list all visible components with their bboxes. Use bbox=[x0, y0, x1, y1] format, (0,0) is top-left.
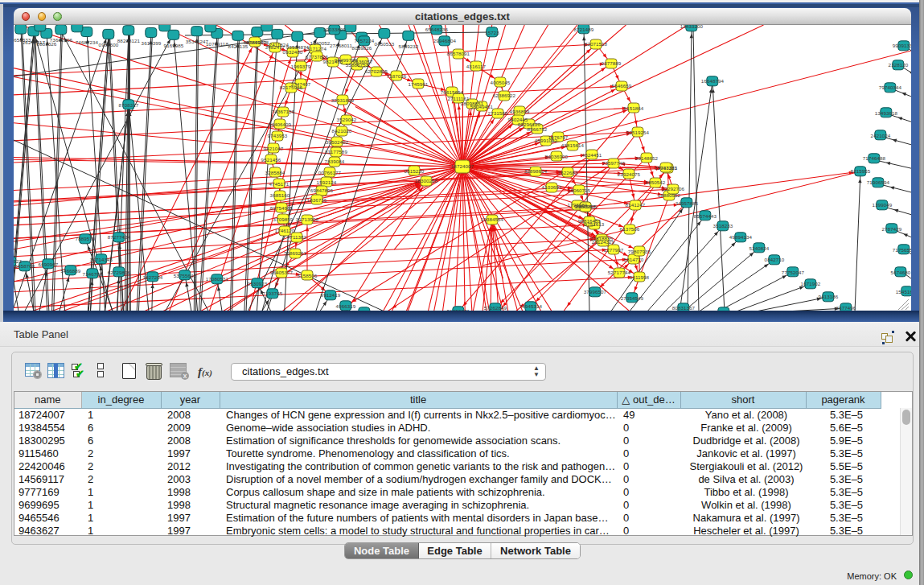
svg-text:3685160: 3685160 bbox=[270, 192, 290, 198]
svg-text:87277434: 87277434 bbox=[108, 234, 131, 240]
svg-text:9413186: 9413186 bbox=[819, 294, 839, 299]
svg-text:7839084: 7839084 bbox=[325, 159, 345, 164]
svg-text:80831367: 80831367 bbox=[672, 305, 696, 311]
svg-text:49894134: 49894134 bbox=[729, 234, 753, 240]
svg-text:8677496: 8677496 bbox=[836, 305, 856, 311]
svg-text:5674680: 5674680 bbox=[891, 270, 911, 275]
svg-text:9169985: 9169985 bbox=[164, 43, 184, 48]
svg-text:0450533: 0450533 bbox=[375, 41, 395, 47]
svg-text:9521456: 9521456 bbox=[261, 157, 281, 163]
svg-text:10799118: 10799118 bbox=[206, 41, 228, 47]
svg-text:0330923: 0330923 bbox=[248, 281, 268, 286]
svg-text:3518233: 3518233 bbox=[713, 223, 733, 229]
svg-text:10033809: 10033809 bbox=[323, 27, 347, 32]
svg-text:88208121: 88208121 bbox=[117, 38, 141, 43]
svg-text:71746488: 71746488 bbox=[863, 155, 886, 161]
svg-text:5814770: 5814770 bbox=[624, 257, 644, 262]
svg-text:9636057: 9636057 bbox=[353, 59, 373, 64]
svg-text:1969379: 1969379 bbox=[291, 64, 311, 69]
svg-text:85574443: 85574443 bbox=[694, 213, 717, 219]
svg-text:0515220: 0515220 bbox=[405, 168, 425, 174]
svg-text:5411998: 5411998 bbox=[630, 274, 650, 280]
svg-text:4936899: 4936899 bbox=[510, 109, 530, 114]
svg-text:74687234: 74687234 bbox=[76, 39, 99, 45]
svg-text:2731585: 2731585 bbox=[488, 110, 508, 116]
svg-text:62729806: 62729806 bbox=[108, 270, 131, 275]
svg-text:73602606: 73602606 bbox=[50, 37, 73, 43]
svg-text:34714345: 34714345 bbox=[90, 257, 113, 262]
svg-text:9743953: 9743953 bbox=[268, 133, 288, 138]
svg-text:65648236: 65648236 bbox=[425, 27, 449, 32]
svg-text:3709859: 3709859 bbox=[273, 216, 294, 222]
svg-text:2787429: 2787429 bbox=[882, 226, 902, 232]
svg-text:7770143: 7770143 bbox=[714, 310, 734, 311]
svg-text:60385977: 60385977 bbox=[244, 39, 267, 45]
svg-text:31713900: 31713900 bbox=[296, 216, 319, 222]
svg-text:76945314: 76945314 bbox=[519, 303, 543, 309]
svg-text:16060715: 16060715 bbox=[568, 187, 591, 193]
svg-text:82175946: 82175946 bbox=[280, 84, 303, 90]
svg-text:18300295: 18300295 bbox=[415, 178, 438, 183]
svg-text:53755646: 53755646 bbox=[174, 273, 197, 278]
svg-text:0932480: 0932480 bbox=[283, 49, 303, 55]
svg-text:81177589: 81177589 bbox=[325, 149, 347, 154]
svg-text:3619399: 3619399 bbox=[142, 40, 162, 46]
svg-text:7889579: 7889579 bbox=[76, 236, 96, 241]
svg-text:82071518: 82071518 bbox=[585, 41, 608, 47]
svg-text:8708317: 8708317 bbox=[119, 102, 139, 108]
svg-text:71756551: 71756551 bbox=[893, 247, 911, 253]
svg-text:8215955: 8215955 bbox=[851, 168, 871, 174]
svg-text:43815614: 43815614 bbox=[561, 142, 585, 148]
svg-text:5158506: 5158506 bbox=[298, 273, 318, 278]
svg-text:71906594: 71906594 bbox=[867, 179, 890, 185]
svg-text:23124329: 23124329 bbox=[592, 239, 615, 245]
svg-text:18724007: 18724007 bbox=[451, 163, 474, 169]
svg-text:4711382: 4711382 bbox=[287, 234, 307, 240]
svg-text:57262849: 57262849 bbox=[484, 305, 507, 311]
svg-text:81754965: 81754965 bbox=[270, 205, 294, 211]
svg-text:1592124: 1592124 bbox=[317, 179, 337, 185]
svg-text:15723: 15723 bbox=[485, 30, 499, 35]
svg-text:7622683: 7622683 bbox=[558, 170, 578, 175]
svg-text:8059826: 8059826 bbox=[352, 45, 372, 51]
svg-text:76615654: 76615654 bbox=[441, 89, 464, 95]
svg-text:5466889: 5466889 bbox=[61, 268, 81, 274]
svg-text:8421020: 8421020 bbox=[332, 128, 352, 134]
svg-text:7346706: 7346706 bbox=[83, 271, 103, 277]
svg-text:5151864: 5151864 bbox=[624, 105, 644, 111]
svg-text:7357224: 7357224 bbox=[355, 38, 375, 43]
svg-text:32931839: 32931839 bbox=[331, 97, 355, 103]
svg-text:92519254: 92519254 bbox=[626, 130, 650, 135]
svg-text:22292706: 22292706 bbox=[662, 186, 685, 192]
svg-text:13433200: 13433200 bbox=[680, 25, 704, 29]
svg-text:6850542: 6850542 bbox=[646, 179, 666, 185]
svg-text:9912419: 9912419 bbox=[321, 292, 341, 298]
svg-text:16648794: 16648794 bbox=[701, 78, 725, 84]
svg-text:8141247: 8141247 bbox=[626, 202, 646, 208]
svg-text:2421024: 2421024 bbox=[871, 133, 891, 138]
svg-text:4005045: 4005045 bbox=[491, 80, 511, 85]
svg-text:5240824: 5240824 bbox=[749, 245, 770, 251]
svg-text:27354549: 27354549 bbox=[621, 295, 644, 301]
svg-text:5869232: 5869232 bbox=[399, 43, 419, 49]
svg-text:4745171: 4745171 bbox=[269, 181, 290, 187]
svg-text:79740344: 79740344 bbox=[879, 84, 902, 90]
svg-text:37947383: 37947383 bbox=[655, 165, 678, 171]
svg-text:39502402: 39502402 bbox=[326, 139, 349, 145]
svg-text:6137506: 6137506 bbox=[620, 226, 640, 232]
svg-text:17080531: 17080531 bbox=[206, 276, 229, 282]
svg-text:99091334: 99091334 bbox=[893, 43, 911, 48]
svg-text:23924075: 23924075 bbox=[618, 171, 641, 177]
svg-text:13171274: 13171274 bbox=[304, 46, 327, 51]
svg-text:86578091: 86578091 bbox=[447, 51, 470, 56]
svg-text:2460953: 2460953 bbox=[576, 204, 596, 209]
svg-text:0980500: 0980500 bbox=[99, 42, 119, 47]
svg-text:0842710: 0842710 bbox=[765, 257, 785, 262]
svg-text:52717744: 52717744 bbox=[608, 270, 631, 275]
svg-text:5546659: 5546659 bbox=[612, 83, 632, 89]
svg-text:7187026: 7187026 bbox=[387, 73, 407, 79]
svg-text:77752047: 77752047 bbox=[782, 270, 805, 275]
svg-text:84036900: 84036900 bbox=[545, 154, 569, 159]
svg-text:13493618: 13493618 bbox=[875, 110, 898, 116]
svg-text:6690967: 6690967 bbox=[39, 262, 59, 267]
